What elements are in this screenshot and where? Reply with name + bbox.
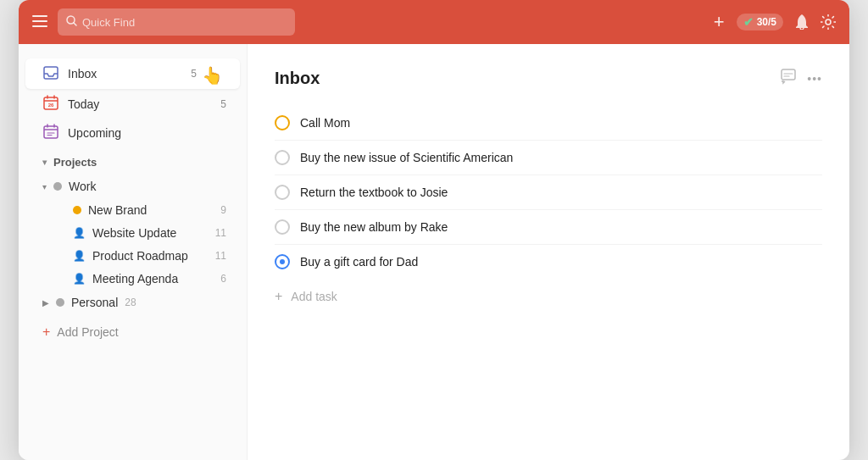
svg-point-4 [826,19,831,25]
sidebar-item-upcoming[interactable]: Upcoming [25,119,240,147]
table-row: Buy the new album by Rake [275,210,822,245]
personal-chevron-icon: ▶ [42,298,49,308]
karma-check-icon: ✔ [743,15,754,29]
meeting-agenda-count: 6 [220,273,226,285]
today-count: 5 [220,98,226,110]
task-text: Buy a gift card for Dad [300,255,418,269]
product-roadmap-person-icon: 👤 [73,250,86,262]
today-icon: 26 [42,95,59,113]
main-layout: Inbox 5 👆 26 Today 5 [19,44,849,460]
table-row: Return the textbook to Josie [275,175,822,210]
comment-button[interactable] [780,68,797,89]
menu-icon[interactable] [32,14,47,30]
add-task-plus-icon: + [275,289,282,304]
task-complete-button[interactable] [275,150,290,165]
projects-label: Projects [53,156,97,169]
bell-button[interactable] [795,14,809,30]
personal-dot [56,298,64,307]
svg-rect-5 [44,67,58,79]
new-brand-label: New Brand [88,203,214,217]
content-header-actions: ••• [780,68,822,89]
sidebar-item-inbox[interactable]: Inbox 5 👆 [25,58,240,89]
sidebar-item-work[interactable]: ▾ Work [25,175,240,198]
upcoming-label: Upcoming [68,126,226,140]
upcoming-icon [42,124,59,141]
website-update-person-icon: 👤 [73,227,86,239]
inbox-icon [42,66,59,82]
table-row: Call Mom [275,106,822,141]
karma-badge[interactable]: ✔ 30/5 [737,14,783,30]
product-roadmap-count: 11 [215,250,226,262]
content-header: Inbox ••• [275,68,822,89]
sidebar-item-meeting-agenda[interactable]: 👤 Meeting Agenda 6 [25,268,240,290]
cursor-indicator: 👆 [202,65,223,86]
settings-button[interactable] [821,14,836,30]
svg-rect-9 [782,69,795,80]
sidebar-item-product-roadmap[interactable]: 👤 Product Roadmap 11 [25,245,240,267]
today-label: Today [68,97,212,111]
work-chevron-icon: ▾ [42,182,47,191]
website-update-label: Website Update [92,226,209,240]
new-brand-dot [73,206,81,214]
topbar-actions: + ✔ 30/5 [714,13,836,31]
personal-count: 28 [125,297,136,308]
add-task-label: Add task [291,290,337,303]
projects-chevron-icon: ▾ [42,158,47,167]
topbar: + ✔ 30/5 [19,0,849,44]
karma-count: 30/5 [757,16,776,28]
table-row: Buy the new issue of Scientific American [275,141,822,175]
task-text: Return the textbook to Josie [300,186,448,199]
svg-rect-2 [32,25,47,27]
svg-rect-1 [32,20,47,22]
content-area: Inbox ••• Call Mom [248,44,849,460]
svg-text:26: 26 [48,103,54,108]
svg-rect-0 [32,15,47,17]
app-window: + ✔ 30/5 [19,0,849,460]
sidebar-item-new-brand[interactable]: New Brand 9 [25,199,240,221]
page-title: Inbox [275,69,780,88]
search-box[interactable] [58,8,295,36]
task-complete-button[interactable] [275,254,290,269]
search-input[interactable] [82,16,287,29]
product-roadmap-label: Product Roadmap [92,249,209,263]
meeting-agenda-label: Meeting Agenda [92,272,214,285]
search-icon [66,15,77,29]
sidebar-item-today[interactable]: 26 Today 5 [25,90,240,118]
add-button[interactable]: + [714,13,725,31]
inbox-label: Inbox [68,67,182,80]
add-project-button[interactable]: + Add Project [25,318,240,345]
work-dot [53,182,62,191]
sidebar: Inbox 5 👆 26 Today 5 [19,44,248,460]
table-row: Buy a gift card for Dad [275,245,822,279]
task-complete-button[interactable] [275,185,290,200]
new-brand-count: 9 [220,204,226,216]
more-options-button[interactable]: ••• [807,72,822,86]
projects-section-header[interactable]: ▾ Projects [25,147,240,174]
task-list: Call Mom Buy the new issue of Scientific… [275,106,822,279]
meeting-agenda-person-icon: 👤 [73,273,86,285]
sidebar-item-website-update[interactable]: 👤 Website Update 11 [25,222,240,244]
add-project-label: Add Project [57,325,118,339]
add-project-plus-icon: + [42,324,50,340]
personal-label: Personal [71,296,118,309]
task-text: Call Mom [300,116,350,130]
svg-rect-8 [44,126,58,138]
sidebar-item-personal[interactable]: ▶ Personal 28 [25,291,240,314]
work-label: Work [69,180,96,193]
task-complete-button[interactable] [275,219,290,235]
task-text: Buy the new issue of Scientific American [300,151,513,164]
website-update-count: 11 [215,227,226,239]
task-complete-button[interactable] [275,115,290,130]
add-task-button[interactable]: + Add task [275,279,822,304]
inbox-count: 5 [191,68,197,80]
task-text: Buy the new album by Rake [300,220,448,234]
